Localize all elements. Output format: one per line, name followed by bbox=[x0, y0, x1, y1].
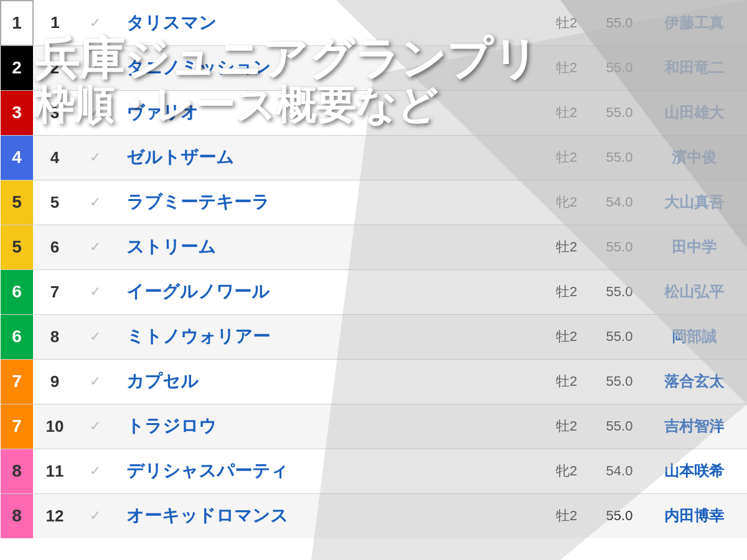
jockey-cell: 大山真吾 bbox=[647, 180, 747, 225]
check-cell: ✓ bbox=[77, 180, 114, 225]
weight-cell: 54.0 bbox=[591, 180, 647, 225]
table-row: 6 8 ✓ ミトノウォリアー 牡2 55.0 岡部誠 bbox=[1, 314, 747, 359]
horse-name-cell: ミトノウォリアー bbox=[114, 314, 542, 359]
title-block: 兵庫ジュニアグランプリ 枠順・レース概要など bbox=[34, 34, 538, 128]
waku-cell: 7 bbox=[1, 404, 33, 449]
sexage-cell: 牡2 bbox=[542, 404, 591, 449]
jockey-cell: 岡部誠 bbox=[647, 314, 747, 359]
weight-cell: 55.0 bbox=[591, 493, 647, 538]
check-cell: ✓ bbox=[77, 225, 114, 269]
jockey-cell: 山田雄大 bbox=[647, 90, 747, 135]
jockey-cell: 落合玄太 bbox=[647, 359, 747, 404]
umaban-cell: 11 bbox=[33, 449, 77, 493]
umaban-cell: 9 bbox=[33, 359, 77, 404]
table-row: 7 10 ✓ トラジロウ 牡2 55.0 吉村智洋 bbox=[1, 404, 747, 449]
jockey-cell: 山本咲希 bbox=[647, 449, 747, 493]
check-cell: ✓ bbox=[77, 493, 114, 538]
umaban-cell: 7 bbox=[33, 269, 77, 314]
weight-cell: 55.0 bbox=[591, 90, 647, 135]
sexage-cell: 牡2 bbox=[542, 314, 591, 359]
check-cell: ✓ bbox=[77, 314, 114, 359]
waku-cell: 3 bbox=[1, 90, 33, 135]
weight-cell: 55.0 bbox=[591, 269, 647, 314]
waku-cell: 8 bbox=[1, 449, 33, 493]
umaban-cell: 6 bbox=[33, 225, 77, 269]
check-cell: ✓ bbox=[77, 404, 114, 449]
umaban-cell: 5 bbox=[33, 180, 77, 225]
table-row: 5 5 ✓ ラブミーテキーラ 牝2 54.0 大山真吾 bbox=[1, 180, 747, 225]
jockey-cell: 内田博幸 bbox=[647, 493, 747, 538]
waku-cell: 4 bbox=[1, 135, 33, 180]
check-cell: ✓ bbox=[77, 449, 114, 493]
sexage-cell: 牡2 bbox=[542, 45, 591, 90]
sexage-cell: 牡2 bbox=[542, 90, 591, 135]
waku-cell: 6 bbox=[1, 269, 33, 314]
horse-name-cell: イーグルノワール bbox=[114, 269, 542, 314]
table-row: 5 6 ✓ ストリーム 牡2 55.0 田中学 bbox=[1, 225, 747, 269]
umaban-cell: 8 bbox=[33, 314, 77, 359]
weight-cell: 55.0 bbox=[591, 135, 647, 180]
umaban-cell: 12 bbox=[33, 493, 77, 538]
waku-cell: 5 bbox=[1, 225, 33, 269]
table-row: 8 12 ✓ オーキッドロマンス 牡2 55.0 内田博幸 bbox=[1, 493, 747, 538]
umaban-cell: 10 bbox=[33, 404, 77, 449]
horse-name-cell: ゼルトザーム bbox=[114, 135, 542, 180]
horse-name-cell: オーキッドロマンス bbox=[114, 493, 542, 538]
check-cell: ✓ bbox=[77, 269, 114, 314]
waku-cell: 2 bbox=[1, 45, 33, 90]
sexage-cell: 牡2 bbox=[542, 225, 591, 269]
check-cell: ✓ bbox=[77, 135, 114, 180]
weight-cell: 55.0 bbox=[591, 359, 647, 404]
check-cell: ✓ bbox=[77, 359, 114, 404]
sexage-cell: 牡2 bbox=[542, 493, 591, 538]
table-row: 6 7 ✓ イーグルノワール 牡2 55.0 松山弘平 bbox=[1, 269, 747, 314]
jockey-cell: 和田竜二 bbox=[647, 45, 747, 90]
sexage-cell: 牝2 bbox=[542, 449, 591, 493]
horse-name-cell: ラブミーテキーラ bbox=[114, 180, 542, 225]
jockey-cell: 田中学 bbox=[647, 225, 747, 269]
weight-cell: 55.0 bbox=[591, 314, 647, 359]
race-title-main: 兵庫ジュニアグランプリ bbox=[34, 34, 538, 83]
sexage-cell: 牡2 bbox=[542, 359, 591, 404]
horse-name-cell: デリシャスパーティ bbox=[114, 449, 542, 493]
waku-cell: 1 bbox=[1, 1, 33, 45]
weight-cell: 55.0 bbox=[591, 1, 647, 45]
umaban-cell: 4 bbox=[33, 135, 77, 180]
horse-name-cell: カプセル bbox=[114, 359, 542, 404]
sexage-cell: 牝2 bbox=[542, 180, 591, 225]
waku-cell: 5 bbox=[1, 180, 33, 225]
jockey-cell: 濱中俊 bbox=[647, 135, 747, 180]
jockey-cell: 吉村智洋 bbox=[647, 404, 747, 449]
jockey-cell: 松山弘平 bbox=[647, 269, 747, 314]
race-title-sub: 枠順・レース概要など bbox=[34, 83, 538, 127]
table-row: 7 9 ✓ カプセル 牡2 55.0 落合玄太 bbox=[1, 359, 747, 404]
waku-cell: 8 bbox=[1, 493, 33, 538]
sexage-cell: 牡2 bbox=[542, 269, 591, 314]
sexage-cell: 牡2 bbox=[542, 1, 591, 45]
horse-name-cell: ストリーム bbox=[114, 225, 542, 269]
table-row: 8 11 ✓ デリシャスパーティ 牝2 54.0 山本咲希 bbox=[1, 449, 747, 493]
waku-cell: 6 bbox=[1, 314, 33, 359]
weight-cell: 54.0 bbox=[591, 449, 647, 493]
weight-cell: 55.0 bbox=[591, 45, 647, 90]
horse-name-cell: トラジロウ bbox=[114, 404, 542, 449]
weight-cell: 55.0 bbox=[591, 404, 647, 449]
weight-cell: 55.0 bbox=[591, 225, 647, 269]
table-row: 4 4 ✓ ゼルトザーム 牡2 55.0 濱中俊 bbox=[1, 135, 747, 180]
jockey-cell: 伊藤工真 bbox=[647, 1, 747, 45]
waku-cell: 7 bbox=[1, 359, 33, 404]
sexage-cell: 牡2 bbox=[542, 135, 591, 180]
